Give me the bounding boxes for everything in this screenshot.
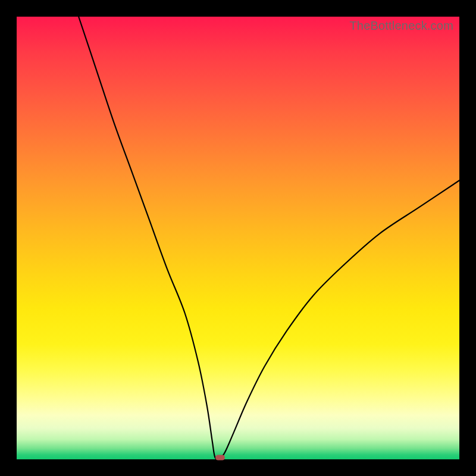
minimum-marker bbox=[215, 455, 225, 461]
curve-path bbox=[79, 17, 459, 459]
plot-area: TheBottleneck.com bbox=[17, 17, 459, 459]
bottleneck-curve bbox=[17, 17, 459, 459]
chart-frame: TheBottleneck.com bbox=[0, 0, 476, 476]
